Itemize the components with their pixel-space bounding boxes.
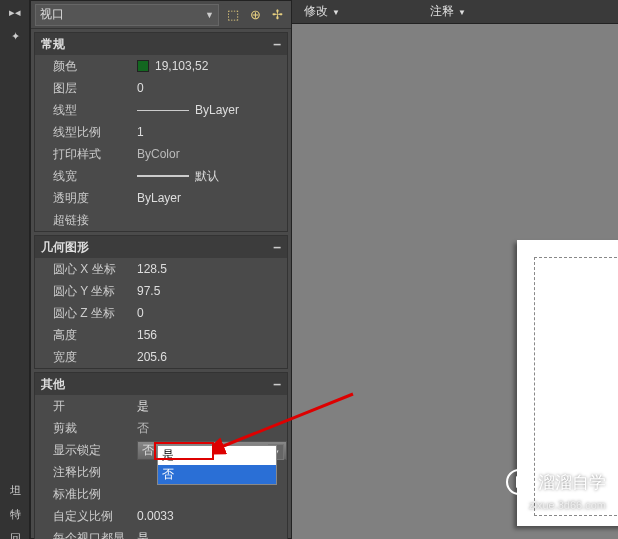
prop-cy-label: 圆心 Y 坐标 [35, 283, 137, 300]
section-title: 常规 [41, 36, 65, 53]
dropdown-option-no[interactable]: 否 [158, 465, 276, 484]
prop-lineweight-value[interactable]: 默认 [137, 168, 287, 185]
dock-toggle-2[interactable]: ✦ [0, 24, 30, 48]
section-title: 几何图形 [41, 239, 89, 256]
prop-cz-label: 圆心 Z 坐标 [35, 305, 137, 322]
dock-toggle-top[interactable]: ▸◂ [0, 0, 30, 24]
canvas-topbar: 修改▼ 注释▼ [292, 0, 618, 24]
prop-ltscale-value[interactable]: 1 [137, 125, 287, 139]
collapse-icon: – [273, 377, 281, 391]
toggle-pickadd-icon[interactable]: ✢ [267, 5, 287, 25]
prop-height-value[interactable]: 156 [137, 328, 287, 342]
linetype-preview [137, 110, 189, 111]
prop-on-label: 开 [35, 398, 137, 415]
prop-transparency-value[interactable]: ByLayer [137, 191, 287, 205]
watermark-url: zixue.3d66.com [529, 499, 606, 511]
prop-width-value[interactable]: 205.6 [137, 350, 287, 364]
lineweight-preview [137, 175, 189, 177]
section-geometry: 几何图形 – 圆心 X 坐标128.5 圆心 Y 坐标97.5 圆心 Z 坐标0… [34, 235, 288, 369]
prop-linetype-value[interactable]: ByLayer [137, 103, 287, 117]
prop-cx-value[interactable]: 128.5 [137, 262, 287, 276]
prop-height-label: 高度 [35, 327, 137, 344]
prop-std-label: 标准比例 [35, 486, 137, 503]
section-title: 其他 [41, 376, 65, 393]
object-type-selector[interactable]: 视口 ▼ [35, 4, 219, 26]
left-dock: ▸◂ ✦ 坦 特 回 [0, 0, 30, 539]
section-general: 常规 – 颜色19,103,52 图层0 线型ByLayer 线型比例1 打印样… [34, 32, 288, 232]
collapse-icon: – [273, 240, 281, 254]
color-swatch-icon [137, 60, 149, 72]
prop-per-value[interactable]: 是 [137, 530, 287, 540]
prop-transparency-label: 透明度 [35, 190, 137, 207]
prop-on-value[interactable]: 是 [137, 398, 287, 415]
dock-label-1: 坦 [0, 478, 30, 502]
tab-modify[interactable]: 修改▼ [304, 3, 340, 20]
prop-hyperlink-label: 超链接 [35, 212, 137, 229]
select-objects-icon[interactable]: ⊕ [245, 5, 265, 25]
prop-lineweight-label: 线宽 [35, 168, 137, 185]
chevron-down-icon: ▼ [205, 10, 214, 20]
prop-clip-value[interactable]: 否 [137, 420, 287, 437]
section-geometry-header[interactable]: 几何图形 – [35, 236, 287, 258]
quick-select-icon[interactable]: ⬚ [223, 5, 243, 25]
prop-color-value[interactable]: 19,103,52 [137, 59, 287, 73]
canvas-area: 修改▼ 注释▼ [292, 0, 618, 539]
prop-cy-value[interactable]: 97.5 [137, 284, 287, 298]
section-general-header[interactable]: 常规 – [35, 33, 287, 55]
annotation-scale-dropdown[interactable]: 是 否 [157, 445, 277, 485]
prop-lock-label: 显示锁定 [35, 442, 137, 459]
watermark: 溜溜自学 [506, 469, 606, 495]
watermark-text: 溜溜自学 [538, 471, 606, 494]
collapse-icon: – [273, 37, 281, 51]
play-icon [506, 469, 532, 495]
prop-clip-label: 剪裁 [35, 420, 137, 437]
prop-custom-value[interactable]: 0.0033 [137, 509, 287, 523]
prop-anno-label: 注释比例 [35, 464, 137, 481]
prop-cx-label: 圆心 X 坐标 [35, 261, 137, 278]
object-type-label: 视口 [40, 6, 64, 23]
prop-custom-label: 自定义比例 [35, 508, 137, 525]
section-other-header[interactable]: 其他 – [35, 373, 287, 395]
prop-ltscale-label: 线型比例 [35, 124, 137, 141]
prop-layer-value[interactable]: 0 [137, 81, 287, 95]
dock-label-3: 回 [0, 526, 30, 539]
prop-plotstyle-value[interactable]: ByColor [137, 147, 287, 161]
prop-plotstyle-label: 打印样式 [35, 146, 137, 163]
tab-annotate[interactable]: 注释▼ [430, 3, 466, 20]
prop-layer-label: 图层 [35, 80, 137, 97]
prop-linetype-label: 线型 [35, 102, 137, 119]
chevron-down-icon: ▼ [458, 8, 466, 17]
prop-per-label: 每个视口都显… [35, 530, 137, 540]
chevron-down-icon: ▼ [332, 8, 340, 17]
dock-label-2: 特 [0, 502, 30, 526]
prop-width-label: 宽度 [35, 349, 137, 366]
prop-cz-value[interactable]: 0 [137, 306, 287, 320]
prop-color-label: 颜色 [35, 58, 137, 75]
dropdown-option-yes[interactable]: 是 [158, 446, 276, 465]
